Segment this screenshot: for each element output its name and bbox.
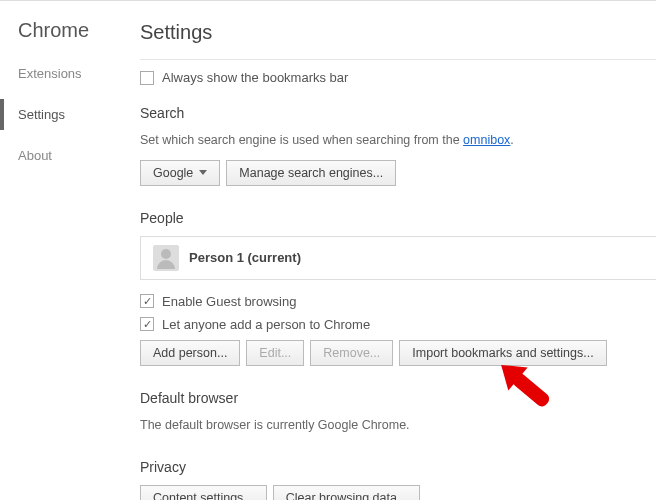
let-anyone-add-label: Let anyone add a person to Chrome [162, 317, 370, 332]
search-section: Search Set which search engine is used w… [140, 105, 656, 186]
enable-guest-label: Enable Guest browsing [162, 294, 296, 309]
search-description: Set which search engine is used when sea… [140, 133, 463, 147]
avatar-icon [153, 245, 179, 271]
search-heading: Search [140, 105, 656, 121]
omnibox-link[interactable]: omnibox [463, 133, 510, 147]
sidebar-item-about[interactable]: About [0, 140, 120, 171]
person-name: Person 1 (current) [189, 250, 301, 265]
default-browser-section: Default browser The default browser is c… [140, 390, 656, 435]
content-settings-button[interactable]: Content settings... [140, 485, 267, 501]
sidebar: Chrome Extensions Settings About [0, 1, 120, 500]
default-browser-text: The default browser is currently Google … [140, 416, 656, 435]
main-content: Settings Se Always show the bookmarks ba… [120, 1, 656, 500]
sidebar-item-settings[interactable]: Settings [0, 99, 120, 130]
let-anyone-add-checkbox[interactable] [140, 317, 154, 331]
manage-search-engines-button[interactable]: Manage search engines... [226, 160, 396, 186]
remove-person-button: Remove... [310, 340, 393, 366]
default-browser-heading: Default browser [140, 390, 656, 406]
always-show-bookmarks-checkbox[interactable] [140, 71, 154, 85]
add-person-button[interactable]: Add person... [140, 340, 240, 366]
page-title: Settings [140, 21, 212, 44]
people-heading: People [140, 210, 656, 226]
always-show-bookmarks-label: Always show the bookmarks bar [162, 70, 348, 85]
enable-guest-checkbox[interactable] [140, 294, 154, 308]
search-engine-dropdown[interactable]: Google [140, 160, 220, 186]
person-card[interactable]: Person 1 (current) [140, 236, 656, 280]
clear-browsing-data-button[interactable]: Clear browsing data... [273, 485, 421, 501]
privacy-section: Privacy Content settings... Clear browsi… [140, 459, 656, 501]
import-bookmarks-button[interactable]: Import bookmarks and settings... [399, 340, 606, 366]
privacy-heading: Privacy [140, 459, 656, 475]
divider [140, 59, 656, 60]
sidebar-item-extensions[interactable]: Extensions [0, 58, 120, 89]
chevron-down-icon [199, 170, 207, 175]
people-section: People Person 1 (current) Enable Guest b… [140, 210, 656, 366]
edit-person-button: Edit... [246, 340, 304, 366]
app-title: Chrome [0, 19, 120, 58]
